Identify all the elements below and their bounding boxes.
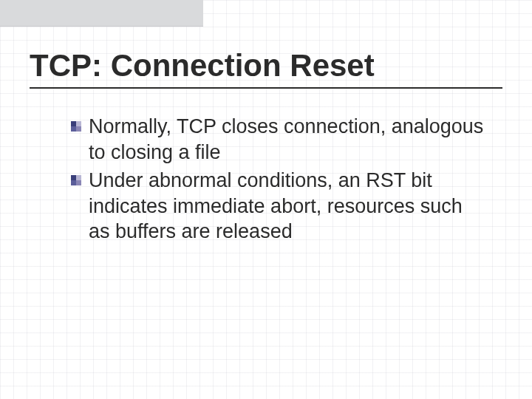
bullet-text: Normally, TCP closes connection, analogo… xyxy=(89,114,488,165)
diamond-bullet-icon xyxy=(71,175,81,185)
list-item: Under abnormal conditions, an RST bit in… xyxy=(71,168,488,245)
diamond-bullet-icon xyxy=(71,121,81,132)
title-underline xyxy=(30,87,502,89)
slide-content: TCP: Connection Reset Normally, TCP clos… xyxy=(0,0,532,399)
bullet-text: Under abnormal conditions, an RST bit in… xyxy=(89,168,488,245)
slide-title: TCP: Connection Reset xyxy=(30,49,502,83)
bullet-list: Normally, TCP closes connection, analogo… xyxy=(30,114,502,245)
list-item: Normally, TCP closes connection, analogo… xyxy=(71,114,488,165)
